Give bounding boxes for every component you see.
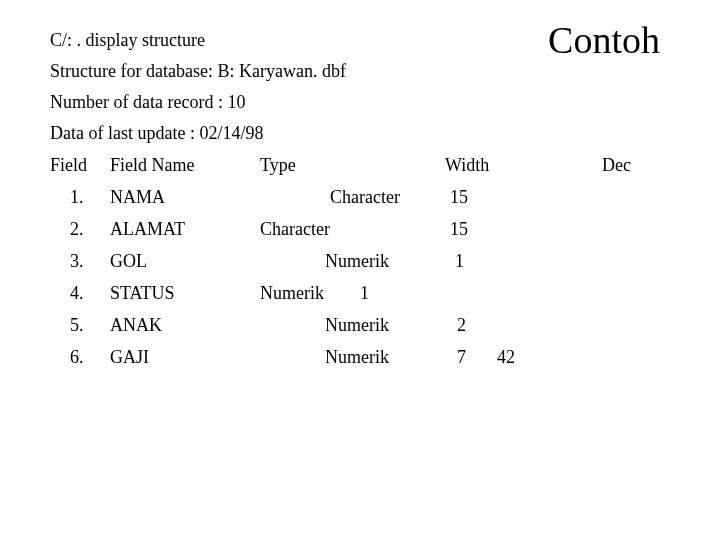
- page-title: Contoh: [548, 18, 660, 62]
- header-name: Field Name: [110, 156, 194, 174]
- table-row: 5. ANAK Numerik 2: [50, 316, 670, 348]
- row-type: Numerik: [325, 252, 389, 270]
- table-row: 2. ALAMAT Character 15: [50, 220, 670, 252]
- row-type: Character: [330, 188, 400, 206]
- row-type: Numerik: [260, 284, 324, 302]
- row-width: 1: [360, 284, 369, 302]
- row-type: Numerik: [325, 348, 389, 366]
- row-num: 2.: [70, 220, 84, 238]
- row-type: Character: [260, 220, 330, 238]
- row-width: 15: [450, 188, 468, 206]
- row-name: ANAK: [110, 316, 162, 334]
- row-num: 4.: [70, 284, 84, 302]
- table-row: 6. GAJI Numerik 7 42: [50, 348, 670, 380]
- row-name: NAMA: [110, 188, 165, 206]
- header-field: Field: [50, 156, 87, 174]
- structure-table: Field Field Name Type Width Dec 1. NAMA …: [50, 156, 670, 380]
- table-row: 1. NAMA Character 15: [50, 188, 670, 220]
- last-update-line: Data of last update : 02/14/98: [50, 123, 670, 144]
- header-type: Type: [260, 156, 296, 174]
- row-name: ALAMAT: [110, 220, 185, 238]
- row-name: STATUS: [110, 284, 175, 302]
- table-header-row: Field Field Name Type Width Dec: [50, 156, 670, 188]
- row-width: 2: [457, 316, 466, 334]
- row-width: 7: [457, 348, 466, 366]
- row-width: 1: [455, 252, 464, 270]
- row-width: 15: [450, 220, 468, 238]
- database-line: Structure for database: B: Karyawan. dbf: [50, 61, 670, 82]
- header-width: Width: [445, 156, 489, 174]
- table-row: 3. GOL Numerik 1: [50, 252, 670, 284]
- row-name: GOL: [110, 252, 147, 270]
- row-num: 6.: [70, 348, 84, 366]
- row-type: Numerik: [325, 316, 389, 334]
- row-num: 5.: [70, 316, 84, 334]
- row-name: GAJI: [110, 348, 149, 366]
- table-row: 4. STATUS Numerik 1: [50, 284, 670, 316]
- row-num: 1.: [70, 188, 84, 206]
- row-num: 3.: [70, 252, 84, 270]
- header-dec: Dec: [602, 156, 631, 174]
- record-count-line: Number of data record : 10: [50, 92, 670, 113]
- row-dec: 42: [497, 348, 515, 366]
